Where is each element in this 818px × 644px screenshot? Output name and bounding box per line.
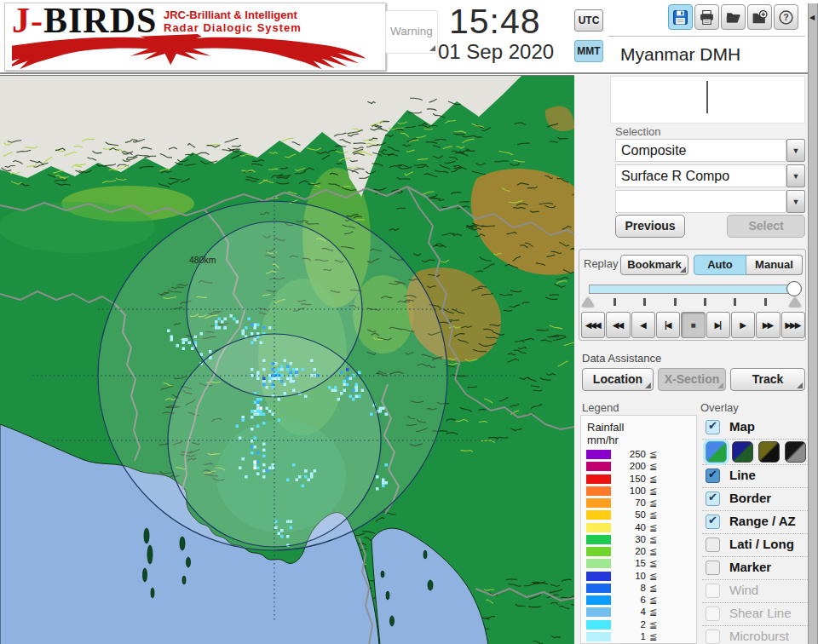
slider-tick [734,298,736,306]
overlay-label: Overlay [700,401,739,414]
auto-button[interactable]: Auto [694,255,746,275]
dropdown-3-arrow[interactable]: ▼ [786,190,805,213]
overlay-item-label: Range / AZ [729,514,796,528]
save-icon [672,9,688,26]
save-button[interactable] [668,4,693,30]
previous-button[interactable]: Previous [615,215,685,238]
checkbox-lati-long[interactable] [706,538,720,552]
x-section-button[interactable]: X-Section [658,368,726,391]
checkbox-map[interactable]: ✔ [706,420,720,434]
check-icon: ✔ [708,419,717,432]
check-icon: ✔ [708,468,717,480]
slider-tick [643,298,646,306]
step-forward-button[interactable]: ▶| [706,312,730,338]
range-end-marker[interactable] [789,297,801,307]
add-folder-button[interactable] [747,4,772,30]
checkbox-range-az[interactable]: ✔ [706,515,720,529]
rewind-fast-button[interactable]: ◀◀◀ [581,312,605,338]
checkbox-shear-line [706,607,720,621]
legend-row: 250≦ [581,449,697,461]
transport-controls: ◀◀◀◀◀◀|◀■▶|▶▶▶▶▶▶ [581,312,805,338]
select-button[interactable]: Select [727,215,805,238]
help-button[interactable]: ? [774,4,798,30]
overlay-row-map: ✔Map [702,417,808,440]
utc-toggle-button[interactable]: UTC [574,9,603,32]
dropdown-1-arrow[interactable]: ▼ [786,139,805,162]
replay-slider-thumb[interactable] [786,281,802,296]
checkbox-border[interactable]: ✔ [706,492,720,506]
play-button[interactable]: ▶ [731,312,755,338]
print-button[interactable] [694,4,719,30]
panel-splitter[interactable]: ◀ [808,3,818,644]
location-button[interactable]: Location [582,368,654,391]
forward-button[interactable]: ▶▶ [756,312,780,338]
checkbox-line[interactable]: ✔ [706,469,720,483]
map-style-swatch-1[interactable] [706,441,727,463]
checkbox-wind [706,584,720,598]
legend-label: Legend [582,401,619,414]
warning-button[interactable]: Warning [385,10,438,54]
legend-swatch [586,498,611,508]
legend-row: 150≦ [581,474,697,486]
forward-fast-button[interactable]: ▶▶▶ [781,312,805,338]
overlay-list: ✔Map✔Line✔Border✔Range / AZLati / LongMa… [702,417,808,644]
bookmark-button[interactable]: Bookmark [620,255,688,275]
overlay-item-label: Shear Line [729,606,792,620]
legend-symbol: ≦ [649,534,657,545]
svg-text:?: ? [783,12,788,22]
range-start-marker[interactable] [582,297,594,307]
overlay-item-label: Marker [729,560,771,574]
map-style-swatch-3[interactable] [758,441,780,463]
site-input[interactable] [610,76,805,124]
legend-value: 10 [610,571,646,581]
map-style-swatch-2[interactable] [732,441,753,463]
legend-swatch [586,450,611,459]
toolbar-separator [608,36,805,37]
legend-value: 4 [610,607,646,617]
legend-row: 30≦ [581,534,697,546]
legend-symbol: ≦ [649,497,657,509]
open-folder-icon [725,9,741,26]
dropdown-2-arrow[interactable]: ▼ [786,164,805,187]
replay-label: Replay [584,257,618,270]
legend-value: 30 [610,534,646,544]
rewind-button[interactable]: ◀◀ [606,312,630,338]
replay-slider-track[interactable] [589,285,799,294]
legend-value: 100 [610,486,646,496]
overlay-item-label: Line [729,468,756,482]
eagle-icon [12,32,380,72]
stop-button[interactable]: ■ [681,312,705,338]
legend-unit: mm/hr [587,434,619,446]
header: J-BIRDS JRC-Brilliant & Intelligent Rada… [0,0,818,74]
overlay-row-lati-long: Lati / Long [702,534,808,557]
track-button[interactable]: Track [730,368,805,391]
data-assistance-label: Data Assistance [582,352,661,365]
legend-symbol: ≦ [649,546,657,557]
legend-symbol: ≦ [649,595,657,606]
legend-value: 50 [610,509,646,520]
product-dropdown-2[interactable]: Surface R Compo [615,164,786,187]
overlay-item-label: Wind [729,583,758,597]
clock-date: 01 Sep 2020 [438,40,583,64]
manual-button[interactable]: Manual [746,255,803,275]
legend-value: 2 [610,619,646,630]
mmt-toggle-button[interactable]: MMT [574,40,603,62]
product-dropdown-3[interactable] [615,190,786,213]
radar-map[interactable]: 480km [0,75,574,644]
slider-tick [704,298,706,306]
map-style-swatch-4[interactable] [785,441,806,463]
legend-value: 20 [610,546,646,556]
slider-tick [764,298,767,306]
help-icon: ? [778,9,794,26]
print-icon [699,9,715,26]
legend-row: 10≦ [581,571,697,583]
legend-row: 200≦ [581,461,697,473]
play-reverse-button[interactable]: ◀ [631,312,655,338]
legend-row: 4≦ [581,607,697,618]
checkbox-marker[interactable] [706,561,720,575]
step-back-button[interactable]: |◀ [656,312,680,338]
product-dropdown-1[interactable]: Composite [615,139,786,162]
open-folder-button[interactable] [721,4,746,30]
range-ring-label: 480km [189,255,216,265]
text-cursor [706,81,708,113]
